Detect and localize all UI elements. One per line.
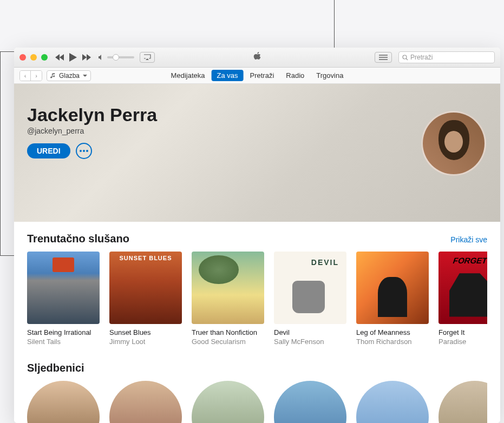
album-title: Forget It bbox=[438, 328, 487, 338]
album-card[interactable]: Start Being Irrational Silent Tails bbox=[27, 252, 100, 347]
nav-history: ‹ › bbox=[19, 70, 42, 81]
follower-item[interactable] bbox=[356, 381, 429, 423]
nav-tabs: Medijateka Za vas Pretraži Radio Trgovin… bbox=[166, 70, 349, 81]
follower-item[interactable] bbox=[27, 381, 100, 423]
album-card[interactable]: Leg of Meanness Thom Richardson bbox=[356, 252, 429, 347]
show-all-link[interactable]: Prikaži sve bbox=[450, 235, 487, 244]
tab-browse[interactable]: Pretraži bbox=[245, 70, 280, 81]
callout-line bbox=[334, 0, 335, 48]
album-title: Start Being Irrational bbox=[27, 328, 100, 338]
maximize-button[interactable] bbox=[41, 54, 48, 61]
album-artist: Sally McFenson bbox=[274, 338, 346, 347]
content: Trenutačno slušano Prikaži sve Start Bei… bbox=[14, 222, 500, 423]
album-card[interactable]: Truer than Nonfiction Good Secularism bbox=[192, 252, 264, 347]
tab-for-you[interactable]: Za vas bbox=[211, 70, 243, 81]
back-button[interactable]: ‹ bbox=[20, 71, 31, 81]
album-artist: Jimmy Loot bbox=[109, 338, 182, 347]
profile-name: Jackelyn Perra bbox=[27, 104, 487, 125]
apple-logo-icon bbox=[253, 52, 261, 63]
tab-store[interactable]: Trgovina bbox=[311, 70, 349, 81]
album-art bbox=[27, 252, 100, 324]
more-button[interactable] bbox=[76, 143, 92, 159]
list-view-button[interactable] bbox=[375, 52, 392, 63]
album-title: Truer than Nonfiction bbox=[192, 328, 264, 338]
album-title: Devil bbox=[274, 328, 346, 338]
titlebar: Pretraži bbox=[14, 48, 500, 68]
callout-line bbox=[0, 51, 1, 256]
album-art bbox=[356, 252, 429, 324]
album-art bbox=[274, 252, 346, 324]
avatar[interactable] bbox=[421, 111, 486, 176]
media-select-label: Glazba bbox=[59, 72, 80, 80]
minimize-button[interactable] bbox=[30, 54, 37, 61]
album-artist: Paradise bbox=[438, 338, 487, 347]
svg-point-0 bbox=[403, 55, 407, 59]
album-card[interactable]: Sunset Blues Jimmy Loot bbox=[109, 252, 182, 347]
airplay-button[interactable] bbox=[140, 52, 155, 63]
album-card[interactable]: Forget It Paradise bbox=[438, 252, 487, 347]
music-note-icon bbox=[50, 73, 56, 78]
section-title: Trenutačno slušano bbox=[27, 233, 129, 245]
album-card[interactable]: Devil Sally McFenson bbox=[274, 252, 346, 347]
search-icon bbox=[402, 55, 408, 61]
album-artist: Silent Tails bbox=[27, 338, 100, 347]
follower-item[interactable] bbox=[109, 381, 182, 423]
profile-handle: @jackelyn_perra bbox=[27, 127, 487, 135]
search-placeholder: Pretraži bbox=[410, 54, 433, 61]
section-header-followers: Sljedbenici bbox=[27, 362, 487, 374]
search-input[interactable]: Pretraži bbox=[398, 51, 495, 63]
album-title: Sunset Blues bbox=[109, 328, 182, 338]
section-header-listening: Trenutačno slušano Prikaži sve bbox=[27, 233, 487, 245]
followers-row bbox=[27, 381, 487, 423]
forward-button[interactable]: › bbox=[31, 71, 42, 81]
album-artist: Thom Richardson bbox=[356, 338, 429, 347]
profile-actions: UREDI bbox=[27, 143, 487, 159]
chevron-down-icon bbox=[83, 74, 87, 78]
album-title: Leg of Meanness bbox=[356, 328, 429, 338]
close-button[interactable] bbox=[19, 54, 26, 61]
callout-line bbox=[0, 51, 14, 52]
section-title: Sljedbenici bbox=[27, 362, 84, 374]
album-art bbox=[192, 252, 264, 324]
play-icon[interactable] bbox=[69, 53, 77, 62]
previous-icon[interactable] bbox=[55, 54, 64, 61]
navbar: ‹ › Glazba Medijateka Za vas Pretraži Ra… bbox=[14, 68, 500, 84]
profile-header: Jackelyn Perra @jackelyn_perra UREDI bbox=[14, 84, 500, 222]
album-row: Start Being Irrational Silent Tails Suns… bbox=[27, 252, 487, 347]
app-window: Pretraži ‹ › Glazba Medijateka Za vas Pr… bbox=[14, 48, 500, 423]
next-icon[interactable] bbox=[82, 54, 91, 61]
playback-controls bbox=[55, 53, 91, 62]
follower-item[interactable] bbox=[274, 381, 346, 423]
follower-item[interactable] bbox=[192, 381, 264, 423]
volume-slider[interactable] bbox=[107, 56, 134, 58]
edit-button[interactable]: UREDI bbox=[27, 143, 70, 158]
album-artist: Good Secularism bbox=[192, 338, 264, 347]
window-controls bbox=[19, 54, 48, 61]
follower-item[interactable] bbox=[438, 381, 487, 423]
tab-library[interactable]: Medijateka bbox=[166, 70, 211, 81]
tab-radio[interactable]: Radio bbox=[280, 70, 310, 81]
volume-control[interactable] bbox=[99, 54, 134, 61]
album-art bbox=[438, 252, 487, 324]
album-art bbox=[109, 252, 182, 324]
volume-icon bbox=[99, 54, 105, 61]
media-type-select[interactable]: Glazba bbox=[47, 70, 91, 81]
